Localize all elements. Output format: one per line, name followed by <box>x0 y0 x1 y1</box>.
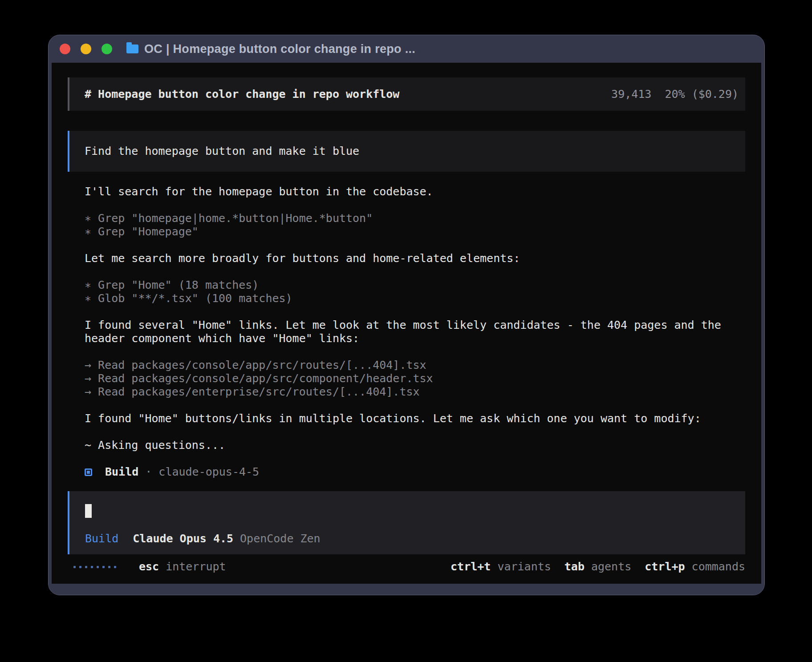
hint-label-interrupt: interrupt <box>166 560 226 573</box>
user-message: Find the homepage button and make it blu… <box>68 131 745 172</box>
terminal-content: # Homepage button color change in repo w… <box>52 63 761 584</box>
tool-call-line: ∗ Grep "Homepage" <box>85 225 745 238</box>
prompt-input[interactable]: Build Claude Opus 4.5 OpenCode Zen <box>68 491 745 554</box>
footer-hints-right: ctrl+tvariantstabagentsctrl+pcommands <box>451 560 745 573</box>
footer-hint-interrupt: escinterrupt <box>139 560 226 573</box>
footer-hint-agents: tabagents <box>564 560 631 573</box>
assistant-text: ~ Asking questions... <box>85 439 745 452</box>
agent-name: Build <box>105 465 138 479</box>
status-bar: escinterrupt ctrl+tvariantstabagentsctrl… <box>68 559 745 574</box>
assistant-text: I found several "Home" links. Let me loo… <box>85 319 745 345</box>
tool-call-line: ∗ Grep "Home" (18 matches) <box>85 279 745 292</box>
transcript: I'll search for the homepage button in t… <box>68 185 745 479</box>
assistant-text-line: I'll search for the homepage button in t… <box>85 185 745 198</box>
footer-hint-variants: ctrl+tvariants <box>451 560 551 573</box>
user-message-text: Find the homepage button and make it blu… <box>85 145 359 158</box>
footer-hint-commands: ctrl+pcommands <box>645 560 745 573</box>
window-controls <box>60 44 112 54</box>
minimize-button[interactable] <box>81 44 91 54</box>
text-cursor <box>85 504 92 518</box>
key-tab: tab <box>564 560 585 573</box>
assistant-text-line: ~ Asking questions... <box>85 439 745 452</box>
assistant-text-line: I found "Home" buttons/links in multiple… <box>85 412 745 425</box>
assistant-text: I found "Home" buttons/links in multiple… <box>85 412 745 425</box>
window-bottom-edge <box>49 584 764 595</box>
active-model-label: Claude Opus 4.5 <box>133 532 233 545</box>
tool-call-line: → Read packages/console/app/src/componen… <box>85 372 745 385</box>
close-button[interactable] <box>60 44 70 54</box>
hint-label-agents: agents <box>591 560 631 573</box>
agent-status-line: Build·claude-opus-4-5 <box>85 465 745 479</box>
agent-separator: · <box>145 465 152 479</box>
spinner-dot <box>102 566 105 568</box>
spinner-dot <box>91 566 93 568</box>
tool-call-group: ∗ Grep "homepage|home.*button|Home.*butt… <box>85 212 745 238</box>
model-row: Build Claude Opus 4.5 OpenCode Zen <box>85 532 730 545</box>
terminal-window: OC | Homepage button color change in rep… <box>48 35 765 595</box>
hint-label-variants: variants <box>497 560 551 573</box>
assistant-text: Let me search more broadly for buttons a… <box>85 252 745 265</box>
spinner-dot <box>114 566 116 568</box>
tool-call-group: ∗ Grep "Home" (18 matches)∗ Glob "**/*.t… <box>85 279 745 305</box>
assistant-text-line: I found several "Home" links. Let me loo… <box>85 319 745 345</box>
session-title: # Homepage button color change in repo w… <box>85 88 399 101</box>
maximize-button[interactable] <box>102 44 112 54</box>
key-ctrl+p: ctrl+p <box>645 560 685 573</box>
tool-call-line: ∗ Grep "homepage|home.*button|Home.*butt… <box>85 212 745 225</box>
tool-call-line: → Read packages/console/app/src/routes/[… <box>85 359 745 372</box>
active-agent-label: Build <box>85 532 118 545</box>
key-esc: esc <box>139 560 159 573</box>
assistant-text: I'll search for the homepage button in t… <box>85 185 745 198</box>
spinner-dot <box>97 566 99 568</box>
provider-label: OpenCode Zen <box>240 532 321 545</box>
window-title: OC | Homepage button color change in rep… <box>144 42 415 56</box>
spinner-dot <box>79 566 81 568</box>
spinner-dot <box>73 566 76 568</box>
session-header: # Homepage button color change in repo w… <box>68 77 745 111</box>
key-ctrl+t: ctrl+t <box>451 560 491 573</box>
assistant-text-line: Let me search more broadly for buttons a… <box>85 252 745 265</box>
token-count: 39,413 <box>611 88 651 101</box>
session-stats: 39,413 20% ($0.29) <box>611 88 739 101</box>
hint-label-commands: commands <box>692 560 745 573</box>
spinner-dot <box>108 566 110 568</box>
tool-call-line: ∗ Glob "**/*.tsx" (100 matches) <box>85 292 745 305</box>
build-agent-icon <box>85 468 92 476</box>
folder-icon <box>126 44 138 53</box>
working-spinner-dots <box>73 566 116 568</box>
context-usage-cost: 20% ($0.29) <box>665 88 739 101</box>
agent-model: claude-opus-4-5 <box>158 465 259 479</box>
tool-call-line: → Read packages/enterprise/src/routes/[.… <box>85 385 745 399</box>
titlebar: OC | Homepage button color change in rep… <box>49 35 764 63</box>
tool-call-group: → Read packages/console/app/src/routes/[… <box>85 359 745 399</box>
spinner-dot <box>85 566 87 568</box>
